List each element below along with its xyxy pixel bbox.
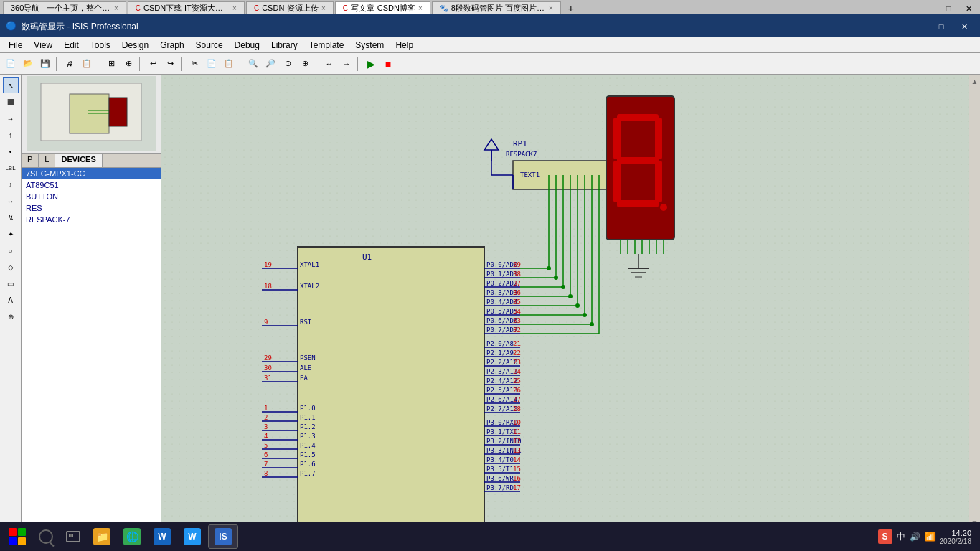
device-button[interactable]: BUTTON	[22, 191, 161, 202]
circle-tool[interactable]: ○	[3, 242, 19, 258]
bus-tool[interactable]: ↑	[3, 127, 19, 143]
zoom-all-button[interactable]: ⊙	[280, 56, 296, 72]
close-browser[interactable]: ✕	[960, 3, 977, 14]
menu-edit[interactable]: Edit	[58, 39, 85, 52]
print-preview[interactable]: 📋	[79, 56, 95, 72]
browser-tab-2[interactable]: C CSDN-资源上传 ×	[246, 1, 334, 14]
browser-tab-4[interactable]: 🐾 8段数码管图片 百度图片搜索 ×	[432, 1, 561, 14]
label-tool[interactable]: LBL	[3, 160, 19, 176]
menubar: File View Edit Tools Design Graph Source…	[0, 37, 980, 53]
undo-button[interactable]: ↩	[145, 56, 161, 72]
tab-close-1[interactable]: ×	[232, 4, 237, 12]
browser-tab-3[interactable]: C 写文章-CSDN博客 ×	[335, 1, 430, 14]
taskbar-app-wps[interactable]: W	[178, 524, 207, 549]
network-icon[interactable]: 📶	[925, 532, 936, 542]
component-tool[interactable]: ⬛	[3, 94, 19, 110]
zoom-area-button[interactable]: ⊕	[297, 56, 313, 72]
browser-tab-0[interactable]: 360导航 - 一个主页，整个世界 ×	[3, 1, 126, 14]
redo-button[interactable]: ↪	[162, 56, 178, 72]
tab-devices[interactable]: DEVICES	[55, 154, 102, 167]
junction-tool[interactable]: •	[3, 143, 19, 159]
zoom-out-button[interactable]: 🔎	[263, 56, 278, 72]
wire-button[interactable]: ↔	[321, 56, 337, 72]
tab-l[interactable]: L	[39, 154, 55, 167]
rect-tool[interactable]: ▭	[3, 276, 19, 291]
device-res[interactable]: RES	[22, 202, 161, 214]
taskview-button[interactable]	[60, 524, 86, 549]
tray-icons: 🔊	[910, 532, 920, 542]
svg-point-149	[575, 303, 580, 308]
search-taskbar[interactable]	[33, 524, 59, 549]
device-respack7[interactable]: RESPACK-7	[22, 214, 161, 225]
grid-button[interactable]: ⊞	[103, 56, 119, 72]
svg-text:19: 19	[264, 261, 272, 268]
device-at89c51[interactable]: AT89C51	[22, 179, 161, 191]
bus-entry-tool[interactable]: ↔	[3, 193, 19, 209]
ime-icon[interactable]: S	[878, 529, 892, 544]
save-button[interactable]: 💾	[37, 56, 53, 72]
schematic-area[interactable]: U1 19 XTAL1 18 XTAL2 9 RST 29 PSEN	[161, 75, 980, 529]
maximize-button[interactable]: □	[931, 19, 951, 34]
bus-button[interactable]: →	[339, 56, 354, 72]
arc-tool[interactable]: ◇	[3, 259, 19, 275]
new-button[interactable]: 📄	[3, 56, 19, 72]
tab-p[interactable]: P	[22, 154, 39, 167]
copy-button[interactable]: 📄	[204, 56, 220, 72]
tab-label-3: 写文章-CSDN博客	[351, 3, 415, 14]
tab-close-3[interactable]: ×	[418, 4, 423, 12]
menu-debug[interactable]: Debug	[229, 39, 265, 52]
port-tool[interactable]: ✦	[3, 226, 19, 242]
new-tab-button[interactable]: +	[562, 3, 580, 14]
menu-template[interactable]: Template	[303, 39, 350, 52]
start-button[interactable]	[3, 524, 32, 549]
taskbar-app-file-explorer[interactable]: 📁	[88, 524, 116, 549]
minimize-browser[interactable]: ─	[920, 3, 937, 14]
maximize-browser[interactable]: □	[940, 3, 957, 14]
menu-system[interactable]: System	[349, 39, 390, 52]
svg-point-168	[660, 204, 667, 211]
menu-view[interactable]: View	[28, 39, 58, 52]
device-7seg[interactable]: 7SEG-MPX1-CC	[22, 168, 161, 179]
select-tool[interactable]: ↖	[3, 77, 19, 93]
menu-library[interactable]: Library	[265, 39, 303, 52]
cut-button[interactable]: ✂	[187, 56, 202, 72]
origin-button[interactable]: ⊕	[121, 56, 136, 72]
taskbar-app-browser[interactable]: 🌐	[118, 524, 146, 549]
open-button[interactable]: 📂	[20, 56, 36, 72]
system-tray: S 中 🔊 📶 14:20 2020/2/18	[878, 529, 978, 545]
menu-help[interactable]: Help	[390, 39, 419, 52]
svg-point-147	[561, 285, 565, 289]
wire-tool[interactable]: →	[3, 110, 19, 126]
text-tool[interactable]: ↕	[3, 176, 19, 192]
sim-stop[interactable]: ■	[380, 56, 396, 72]
tab-close-0[interactable]: ×	[114, 4, 118, 12]
ime-chinese[interactable]: 中	[897, 531, 905, 543]
svg-text:32: 32	[513, 326, 521, 334]
minimize-button[interactable]: ─	[908, 19, 928, 34]
tab-close-2[interactable]: ×	[321, 4, 326, 12]
preview-svg	[27, 76, 156, 151]
paste-button[interactable]: 📋	[221, 56, 237, 72]
sim-run[interactable]: ▶	[363, 56, 379, 72]
menu-graph[interactable]: Graph	[154, 39, 189, 52]
taskbar-app-isis[interactable]: IS	[208, 524, 238, 549]
taskbar-app-word[interactable]: W	[148, 524, 176, 549]
menu-source[interactable]: Source	[190, 39, 229, 52]
zoom-in-button[interactable]: 🔍	[245, 56, 261, 72]
text-label-tool[interactable]: A	[3, 292, 19, 308]
menu-file[interactable]: File	[3, 39, 28, 52]
svg-text:P1.7: P1.7	[300, 470, 316, 477]
marker-tool[interactable]: ⊕	[3, 309, 19, 324]
svg-text:3: 3	[264, 423, 268, 430]
menu-tools[interactable]: Tools	[85, 39, 116, 52]
power-tool[interactable]: ↯	[3, 209, 19, 225]
scroll-up[interactable]: ▲	[971, 77, 979, 85]
browser-tab-1[interactable]: C CSDN下载-IT资源大本营 ×	[128, 1, 245, 14]
right-edge: ▲ ▼	[969, 75, 980, 529]
svg-text:PSEN: PSEN	[300, 354, 316, 362]
close-button[interactable]: ✕	[954, 19, 974, 34]
menu-design[interactable]: Design	[116, 39, 154, 52]
print-button[interactable]: 🖨	[62, 56, 77, 72]
tab-close-4[interactable]: ×	[549, 4, 553, 12]
svg-point-151	[590, 322, 594, 326]
